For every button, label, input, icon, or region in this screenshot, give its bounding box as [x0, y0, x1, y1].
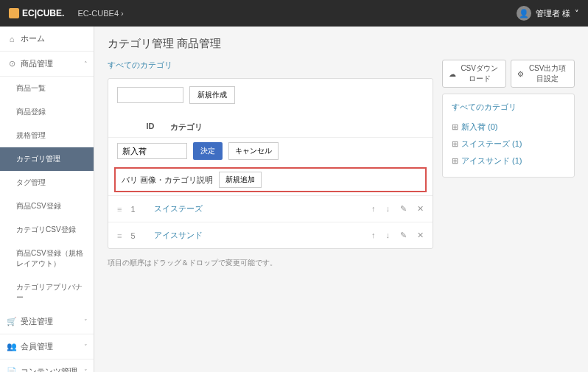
- breadcrumb-top[interactable]: EC-CUBE4 ›: [77, 9, 123, 18]
- bullet-icon: ⊞: [452, 156, 458, 166]
- nav-spec[interactable]: 規格管理: [0, 124, 94, 147]
- row-name[interactable]: スイステーズ: [154, 203, 363, 214]
- user-icon: 👤: [517, 6, 531, 21]
- side-item[interactable]: ⊞ 新入荷 (0): [452, 119, 565, 136]
- nav-product-register[interactable]: 商品登録: [0, 100, 94, 124]
- header-left: EC|CUBE. EC-CUBE4 ›: [9, 8, 124, 18]
- nav-members[interactable]: 👥 会員管理 ˅: [0, 334, 94, 359]
- nav-product-csv-spec[interactable]: 商品CSV登録（規格レイアウト）: [0, 242, 94, 276]
- row-name[interactable]: アイスサンド: [154, 230, 363, 241]
- nav-home[interactable]: ⌂ ホーム: [0, 27, 94, 52]
- side-item[interactable]: ⊞ アイスサンド (1): [452, 152, 565, 169]
- nav-orders[interactable]: 🛒 受注管理 ˅: [0, 309, 94, 334]
- side-panel: すべてのカテゴリ ⊞ 新入荷 (0) ⊞ スイステーズ (1) ⊞ アイスサンド…: [442, 94, 575, 178]
- highlight-box: バリ 画像・カテゴリ説明 新規追加: [114, 167, 427, 192]
- edit-input[interactable]: [117, 143, 187, 159]
- logo-text: EC|CUBE.: [22, 8, 64, 18]
- toolbar: ☁ CSVダウンロード ⚙ CSV出力項目設定: [442, 60, 575, 88]
- drag-icon[interactable]: ≡: [117, 231, 122, 240]
- bullet-icon: ⊞: [452, 139, 458, 149]
- table-row: ≡ 1 スイステーズ ↑ ↓ ✎ ✕: [108, 195, 433, 222]
- table-row: ≡ 5 アイスサンド ↑ ↓ ✎ ✕: [108, 222, 433, 248]
- down-icon[interactable]: ↓: [386, 204, 391, 214]
- logo[interactable]: EC|CUBE.: [9, 8, 64, 18]
- chevron-down-icon: ˅: [575, 9, 579, 18]
- tag-icon: ⊙: [7, 59, 16, 69]
- chevron-up-icon: ˄: [84, 60, 88, 68]
- logo-icon: [9, 8, 19, 18]
- chevron-down-icon: ˅: [84, 318, 88, 326]
- edit-icon[interactable]: ✎: [400, 204, 407, 214]
- cart-icon: 🛒: [7, 317, 16, 326]
- new-category-input[interactable]: [117, 87, 183, 103]
- delete-icon[interactable]: ✕: [417, 231, 424, 240]
- row-id: 5: [130, 231, 145, 240]
- top-header: EC|CUBE. EC-CUBE4 › 👤 管理者 様 ˅: [0, 0, 588, 27]
- down-icon[interactable]: ↓: [386, 231, 391, 240]
- doc-icon: 📄: [7, 367, 16, 372]
- drag-icon[interactable]: ≡: [117, 205, 122, 214]
- nav-product-list[interactable]: 商品一覧: [0, 77, 94, 100]
- up-icon[interactable]: ↑: [371, 204, 376, 214]
- gear-icon: ⚙: [517, 70, 524, 78]
- highlight-label: バリ 画像・カテゴリ説明: [122, 175, 213, 186]
- chevron-right-icon: ›: [121, 9, 124, 18]
- add-button[interactable]: 新規追加: [219, 172, 262, 188]
- cloud-icon: ☁: [449, 70, 456, 78]
- side-all-link[interactable]: すべてのカテゴリ: [452, 102, 565, 113]
- header-user[interactable]: 👤 管理者 様 ˅: [517, 6, 579, 21]
- row-actions: ↑ ↓ ✎ ✕: [371, 231, 424, 240]
- nav-product-csv[interactable]: 商品CSV登録: [0, 194, 94, 218]
- side-item[interactable]: ⊞ スイステーズ (1): [452, 136, 565, 152]
- th-category: カテゴリ: [170, 122, 424, 133]
- csv-download-button[interactable]: ☁ CSVダウンロード: [442, 60, 506, 88]
- main-content: カテゴリ管理 商品管理 すべてのカテゴリ 新規作成 ID カテゴリ: [94, 27, 588, 372]
- sidebar: ⌂ ホーム ⊙ 商品管理 ˄ 商品一覧 商品登録 規格管理 カテゴリ管理 タグ管…: [0, 27, 94, 372]
- chevron-down-icon: ˅: [84, 368, 88, 373]
- nav-category-csv[interactable]: カテゴリCSV登録: [0, 218, 94, 242]
- nav-category[interactable]: カテゴリ管理: [0, 147, 94, 171]
- breadcrumb[interactable]: すべてのカテゴリ: [108, 60, 433, 71]
- nav-category-banner[interactable]: カテゴリアプリバナー: [0, 276, 94, 309]
- nav-products[interactable]: ⊙ 商品管理 ˄: [0, 52, 94, 77]
- row-id: 1: [130, 205, 145, 214]
- nav-contents[interactable]: 📄 コンテンツ管理 ˅: [0, 359, 94, 372]
- user-name: 管理者 様: [536, 8, 570, 19]
- users-icon: 👥: [7, 342, 16, 351]
- hint-text: 項目の順序はドラッグ＆ドロップで変更可能です。: [108, 258, 433, 268]
- new-button[interactable]: 新規作成: [189, 86, 235, 104]
- category-card: 新規作成 ID カテゴリ 決定 キャンセル バリ 画像・カテゴリ説明: [108, 78, 433, 249]
- bullet-icon: ⊞: [452, 122, 458, 132]
- home-icon: ⌂: [7, 35, 16, 43]
- row-actions: ↑ ↓ ✎ ✕: [371, 204, 424, 214]
- up-icon[interactable]: ↑: [371, 231, 376, 240]
- chevron-down-icon: ˅: [84, 343, 88, 351]
- edit-row: 決定 キャンセル: [108, 138, 433, 164]
- page-title: カテゴリ管理 商品管理: [108, 37, 575, 51]
- edit-icon[interactable]: ✎: [400, 231, 407, 240]
- save-button[interactable]: 決定: [193, 142, 223, 160]
- table-header: ID カテゴリ: [108, 117, 433, 138]
- csv-settings-button[interactable]: ⚙ CSV出力項目設定: [511, 60, 575, 88]
- delete-icon[interactable]: ✕: [417, 204, 424, 214]
- th-id: ID: [139, 122, 161, 133]
- cancel-button[interactable]: キャンセル: [228, 142, 279, 160]
- nav-tag[interactable]: タグ管理: [0, 171, 94, 194]
